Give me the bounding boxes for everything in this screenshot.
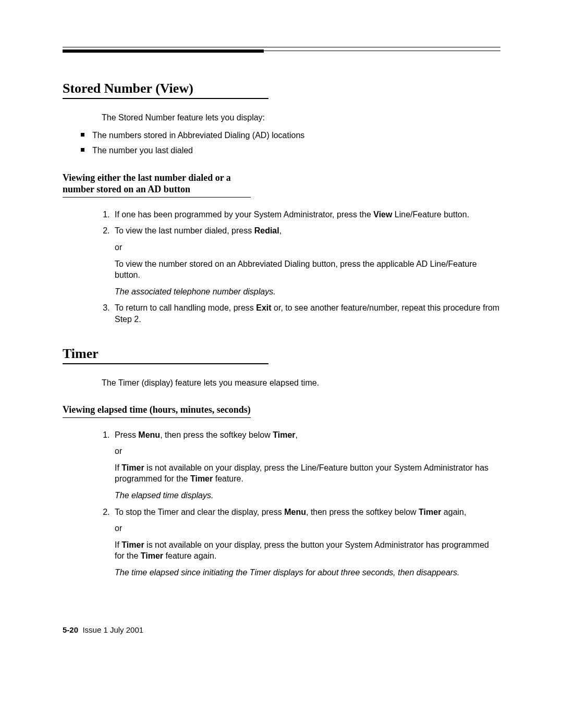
step-text: is not available on your display, press … (115, 463, 488, 484)
step-item: Press Menu, then press the softkey below… (112, 429, 500, 501)
stored-number-steps: If one has been programmed by your Syste… (81, 209, 500, 325)
issue-date: Issue 1 July 2001 (82, 625, 143, 634)
bold-view: View (373, 210, 392, 219)
bold-timer: Timer (273, 430, 295, 439)
step-text: Press (115, 430, 138, 439)
step-text: To view the last number dialed, press (115, 226, 254, 235)
step-text: If (115, 540, 121, 549)
section-title-timer: Timer (63, 346, 268, 364)
subsection-title-elapsed-time: Viewing elapsed time (hours, minutes, se… (63, 404, 251, 418)
step-text: feature. (213, 474, 243, 483)
subsection-title-view-last-number: Viewing either the last number dialed or… (63, 172, 251, 198)
step-text: , then press the softkey below (306, 508, 419, 516)
step-text: To view the number stored on an Abbrevia… (115, 258, 500, 281)
bold-exit: Exit (256, 303, 271, 312)
step-result: The time elapsed since initiating the Ti… (115, 567, 500, 578)
stored-number-intro: The Stored Number feature lets you displ… (102, 112, 500, 124)
page-number: 5-20 (63, 625, 78, 634)
step-text: Line/Feature button. (392, 210, 469, 219)
step-text: If one has been programmed by your Syste… (115, 210, 373, 219)
step-or: or (115, 446, 500, 457)
step-text: If Timer is not available on your displa… (115, 539, 500, 562)
bold-timer: Timer (419, 508, 441, 516)
step-text: , (296, 430, 298, 439)
page-footer: 5-20 Issue 1 July 2001 (63, 625, 500, 634)
bold-menu: Menu (138, 430, 160, 439)
step-item: To stop the Timer and clear the display,… (112, 507, 500, 578)
section-title-stored-number: Stored Number (View) (63, 81, 268, 99)
header-thin-line (264, 51, 500, 51)
header-rule (63, 47, 500, 55)
step-item: To return to call handling mode, press E… (112, 302, 500, 325)
step-text: To stop the Timer and clear the display,… (115, 508, 284, 516)
step-text: again, (441, 508, 466, 516)
bold-menu: Menu (284, 508, 306, 516)
step-item: To view the last number dialed, press Re… (112, 225, 500, 297)
bold-timer: Timer (141, 551, 163, 560)
step-text: To return to call handling mode, press (115, 303, 256, 312)
step-text: If Timer is not available on your displa… (115, 462, 500, 485)
step-item: If one has been programmed by your Syste… (112, 209, 500, 220)
step-result: The elapsed time displays. (115, 490, 500, 501)
header-thick-bar (63, 50, 264, 53)
timer-intro: The Timer (display) feature lets you mea… (102, 377, 500, 389)
step-or: or (115, 242, 500, 253)
page-content: Stored Number (View) The Stored Number f… (0, 0, 563, 665)
stored-number-bullets: The numbers stored in Abbreviated Dialin… (81, 130, 500, 156)
bold-timer: Timer (121, 463, 144, 472)
timer-steps: Press Menu, then press the softkey below… (81, 429, 500, 578)
bold-redial: Redial (254, 226, 279, 235)
step-result: The associated telephone number displays… (115, 286, 500, 298)
list-item: The number you last dialed (81, 145, 500, 156)
step-or: or (115, 523, 500, 534)
bold-timer: Timer (190, 474, 213, 483)
bold-timer: Timer (121, 540, 144, 549)
step-text: , (279, 226, 282, 235)
list-item: The numbers stored in Abbreviated Dialin… (81, 130, 500, 141)
step-text: feature again. (163, 551, 216, 560)
step-text: , then press the softkey below (160, 430, 273, 439)
step-text: If (115, 463, 121, 472)
